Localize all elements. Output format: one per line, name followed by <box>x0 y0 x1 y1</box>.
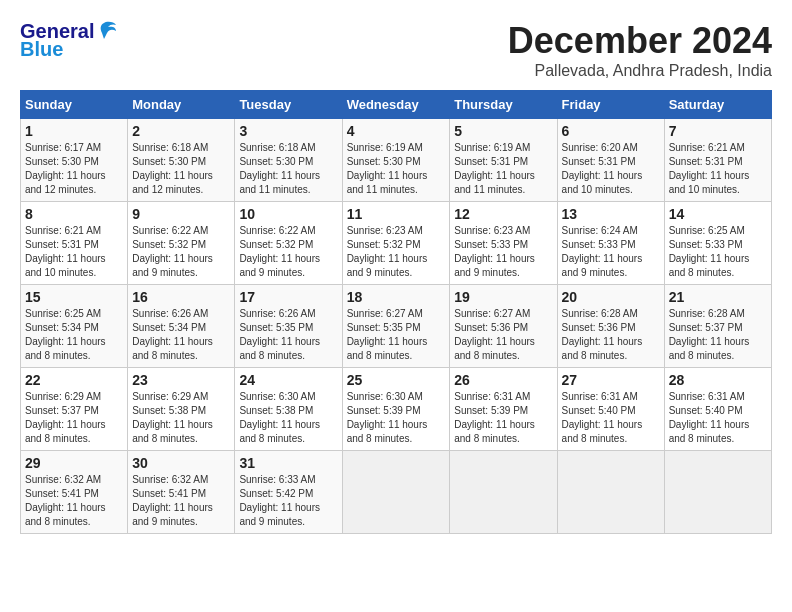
calendar-cell: 10Sunrise: 6:22 AMSunset: 5:32 PMDayligh… <box>235 202 342 285</box>
day-info: Sunrise: 6:32 AMSunset: 5:41 PMDaylight:… <box>132 473 230 529</box>
day-number: 3 <box>239 123 337 139</box>
day-info: Sunrise: 6:30 AMSunset: 5:38 PMDaylight:… <box>239 390 337 446</box>
calendar-table: SundayMondayTuesdayWednesdayThursdayFrid… <box>20 90 772 534</box>
day-header-monday: Monday <box>128 91 235 119</box>
day-number: 14 <box>669 206 767 222</box>
calendar-cell: 22Sunrise: 6:29 AMSunset: 5:37 PMDayligh… <box>21 368 128 451</box>
calendar-cell: 11Sunrise: 6:23 AMSunset: 5:32 PMDayligh… <box>342 202 450 285</box>
day-number: 28 <box>669 372 767 388</box>
calendar-cell <box>557 451 664 534</box>
month-title: December 2024 <box>508 20 772 62</box>
calendar-cell: 27Sunrise: 6:31 AMSunset: 5:40 PMDayligh… <box>557 368 664 451</box>
day-info: Sunrise: 6:25 AMSunset: 5:33 PMDaylight:… <box>669 224 767 280</box>
calendar-week-row: 1Sunrise: 6:17 AMSunset: 5:30 PMDaylight… <box>21 119 772 202</box>
day-info: Sunrise: 6:26 AMSunset: 5:34 PMDaylight:… <box>132 307 230 363</box>
calendar-cell: 3Sunrise: 6:18 AMSunset: 5:30 PMDaylight… <box>235 119 342 202</box>
calendar-cell: 29Sunrise: 6:32 AMSunset: 5:41 PMDayligh… <box>21 451 128 534</box>
day-info: Sunrise: 6:31 AMSunset: 5:39 PMDaylight:… <box>454 390 552 446</box>
day-header-wednesday: Wednesday <box>342 91 450 119</box>
calendar-cell: 18Sunrise: 6:27 AMSunset: 5:35 PMDayligh… <box>342 285 450 368</box>
calendar-week-row: 29Sunrise: 6:32 AMSunset: 5:41 PMDayligh… <box>21 451 772 534</box>
calendar-cell: 9Sunrise: 6:22 AMSunset: 5:32 PMDaylight… <box>128 202 235 285</box>
day-number: 22 <box>25 372 123 388</box>
day-number: 27 <box>562 372 660 388</box>
day-info: Sunrise: 6:23 AMSunset: 5:33 PMDaylight:… <box>454 224 552 280</box>
subtitle: Pallevada, Andhra Pradesh, India <box>508 62 772 80</box>
calendar-week-row: 22Sunrise: 6:29 AMSunset: 5:37 PMDayligh… <box>21 368 772 451</box>
day-info: Sunrise: 6:30 AMSunset: 5:39 PMDaylight:… <box>347 390 446 446</box>
calendar-cell <box>342 451 450 534</box>
day-number: 19 <box>454 289 552 305</box>
day-number: 30 <box>132 455 230 471</box>
day-number: 16 <box>132 289 230 305</box>
calendar-cell: 26Sunrise: 6:31 AMSunset: 5:39 PMDayligh… <box>450 368 557 451</box>
page-header: General Blue December 2024 Pallevada, An… <box>20 20 772 80</box>
day-info: Sunrise: 6:18 AMSunset: 5:30 PMDaylight:… <box>132 141 230 197</box>
day-number: 24 <box>239 372 337 388</box>
day-number: 1 <box>25 123 123 139</box>
day-header-saturday: Saturday <box>664 91 771 119</box>
day-number: 13 <box>562 206 660 222</box>
day-info: Sunrise: 6:18 AMSunset: 5:30 PMDaylight:… <box>239 141 337 197</box>
day-number: 9 <box>132 206 230 222</box>
calendar-cell: 2Sunrise: 6:18 AMSunset: 5:30 PMDaylight… <box>128 119 235 202</box>
calendar-cell: 8Sunrise: 6:21 AMSunset: 5:31 PMDaylight… <box>21 202 128 285</box>
day-number: 10 <box>239 206 337 222</box>
calendar-header-row: SundayMondayTuesdayWednesdayThursdayFrid… <box>21 91 772 119</box>
day-info: Sunrise: 6:24 AMSunset: 5:33 PMDaylight:… <box>562 224 660 280</box>
day-info: Sunrise: 6:22 AMSunset: 5:32 PMDaylight:… <box>239 224 337 280</box>
day-number: 29 <box>25 455 123 471</box>
day-info: Sunrise: 6:19 AMSunset: 5:30 PMDaylight:… <box>347 141 446 197</box>
day-number: 26 <box>454 372 552 388</box>
logo-blue: Blue <box>20 38 118 60</box>
day-header-friday: Friday <box>557 91 664 119</box>
calendar-cell: 21Sunrise: 6:28 AMSunset: 5:37 PMDayligh… <box>664 285 771 368</box>
calendar-cell <box>450 451 557 534</box>
calendar-cell: 28Sunrise: 6:31 AMSunset: 5:40 PMDayligh… <box>664 368 771 451</box>
day-number: 11 <box>347 206 446 222</box>
calendar-cell: 30Sunrise: 6:32 AMSunset: 5:41 PMDayligh… <box>128 451 235 534</box>
day-number: 21 <box>669 289 767 305</box>
day-info: Sunrise: 6:28 AMSunset: 5:36 PMDaylight:… <box>562 307 660 363</box>
title-section: December 2024 Pallevada, Andhra Pradesh,… <box>508 20 772 80</box>
day-info: Sunrise: 6:23 AMSunset: 5:32 PMDaylight:… <box>347 224 446 280</box>
day-number: 7 <box>669 123 767 139</box>
calendar-cell: 4Sunrise: 6:19 AMSunset: 5:30 PMDaylight… <box>342 119 450 202</box>
calendar-cell: 13Sunrise: 6:24 AMSunset: 5:33 PMDayligh… <box>557 202 664 285</box>
day-header-thursday: Thursday <box>450 91 557 119</box>
day-info: Sunrise: 6:19 AMSunset: 5:31 PMDaylight:… <box>454 141 552 197</box>
calendar-cell: 16Sunrise: 6:26 AMSunset: 5:34 PMDayligh… <box>128 285 235 368</box>
day-number: 2 <box>132 123 230 139</box>
calendar-week-row: 8Sunrise: 6:21 AMSunset: 5:31 PMDaylight… <box>21 202 772 285</box>
calendar-cell: 25Sunrise: 6:30 AMSunset: 5:39 PMDayligh… <box>342 368 450 451</box>
day-header-tuesday: Tuesday <box>235 91 342 119</box>
day-number: 23 <box>132 372 230 388</box>
calendar-cell: 12Sunrise: 6:23 AMSunset: 5:33 PMDayligh… <box>450 202 557 285</box>
day-info: Sunrise: 6:29 AMSunset: 5:38 PMDaylight:… <box>132 390 230 446</box>
logo: General Blue <box>20 20 118 60</box>
calendar-week-row: 15Sunrise: 6:25 AMSunset: 5:34 PMDayligh… <box>21 285 772 368</box>
calendar-cell: 15Sunrise: 6:25 AMSunset: 5:34 PMDayligh… <box>21 285 128 368</box>
day-number: 8 <box>25 206 123 222</box>
day-info: Sunrise: 6:33 AMSunset: 5:42 PMDaylight:… <box>239 473 337 529</box>
day-number: 25 <box>347 372 446 388</box>
calendar-cell: 31Sunrise: 6:33 AMSunset: 5:42 PMDayligh… <box>235 451 342 534</box>
day-info: Sunrise: 6:29 AMSunset: 5:37 PMDaylight:… <box>25 390 123 446</box>
day-number: 6 <box>562 123 660 139</box>
calendar-cell: 17Sunrise: 6:26 AMSunset: 5:35 PMDayligh… <box>235 285 342 368</box>
day-number: 15 <box>25 289 123 305</box>
calendar-cell: 6Sunrise: 6:20 AMSunset: 5:31 PMDaylight… <box>557 119 664 202</box>
day-number: 20 <box>562 289 660 305</box>
calendar-cell: 20Sunrise: 6:28 AMSunset: 5:36 PMDayligh… <box>557 285 664 368</box>
day-info: Sunrise: 6:26 AMSunset: 5:35 PMDaylight:… <box>239 307 337 363</box>
day-info: Sunrise: 6:20 AMSunset: 5:31 PMDaylight:… <box>562 141 660 197</box>
day-info: Sunrise: 6:28 AMSunset: 5:37 PMDaylight:… <box>669 307 767 363</box>
day-number: 5 <box>454 123 552 139</box>
day-number: 18 <box>347 289 446 305</box>
calendar-cell: 23Sunrise: 6:29 AMSunset: 5:38 PMDayligh… <box>128 368 235 451</box>
day-info: Sunrise: 6:17 AMSunset: 5:30 PMDaylight:… <box>25 141 123 197</box>
day-number: 31 <box>239 455 337 471</box>
day-info: Sunrise: 6:31 AMSunset: 5:40 PMDaylight:… <box>562 390 660 446</box>
day-number: 17 <box>239 289 337 305</box>
day-info: Sunrise: 6:21 AMSunset: 5:31 PMDaylight:… <box>25 224 123 280</box>
